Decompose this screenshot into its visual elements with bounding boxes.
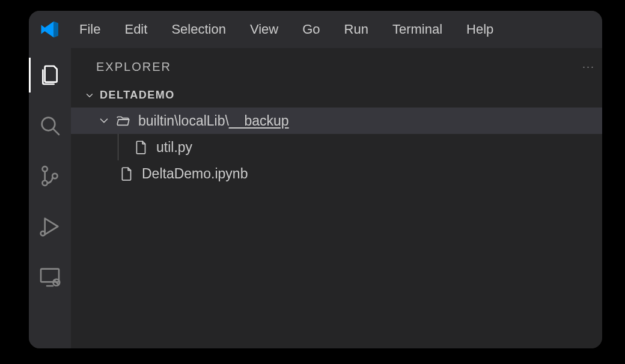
svg-point-6 [41,231,45,235]
explorer-sidebar: EXPLORER ··· DELTADEMO builtin\localLib\… [71,48,602,348]
activity-bar [29,48,71,348]
run-debug-icon [38,214,62,238]
activity-run-debug[interactable] [36,213,64,240]
tree-folder-backup[interactable]: builtin\localLib\__backup [71,108,602,134]
activity-remote[interactable] [36,263,64,291]
menu-selection[interactable]: Selection [160,16,237,43]
body-area: EXPLORER ··· DELTADEMO builtin\localLib\… [29,48,602,348]
search-icon [38,114,62,138]
chevron-down-icon [84,90,95,101]
workspace-root-header[interactable]: DELTADEMO [71,85,602,105]
menu-file[interactable]: File [69,16,111,43]
folder-open-icon [115,113,131,129]
folder-label: builtin\localLib\__backup [138,113,289,129]
title-bar: File Edit Selection View Go Run Terminal… [29,11,602,48]
explorer-title: EXPLORER [96,60,171,74]
activity-search[interactable] [36,112,64,139]
activity-source-control[interactable] [36,162,64,190]
menu-go[interactable]: Go [291,16,331,43]
tree-file-util[interactable]: util.py [71,134,602,160]
activity-explorer[interactable] [36,61,64,89]
remote-explorer-icon [38,265,62,289]
menu-terminal[interactable]: Terminal [382,16,453,43]
file-label: DeltaDemo.ipynb [142,166,248,182]
files-icon [38,63,62,87]
menu-help[interactable]: Help [456,16,504,43]
chevron-down-icon [97,114,111,127]
vscode-window: File Edit Selection View Go Run Terminal… [29,11,602,348]
tree-file-notebook[interactable]: DeltaDemo.ipynb [71,160,602,187]
file-label: util.py [156,139,192,156]
file-icon [133,139,149,155]
explorer-more-button[interactable]: ··· [582,61,595,73]
file-icon [119,166,135,181]
menu-run[interactable]: Run [334,16,379,43]
workspace-root-label: DELTADEMO [100,89,175,102]
source-control-icon [38,164,62,188]
explorer-header: EXPLORER ··· [71,48,602,85]
svg-line-1 [53,129,59,135]
vscode-logo-icon [38,19,60,40]
menu-view[interactable]: View [239,16,289,43]
file-tree: builtin\localLib\__backup util.py DeltaD… [71,105,602,187]
svg-marker-5 [45,219,58,235]
tree-children: util.py [71,134,602,160]
menu-edit[interactable]: Edit [114,16,158,43]
